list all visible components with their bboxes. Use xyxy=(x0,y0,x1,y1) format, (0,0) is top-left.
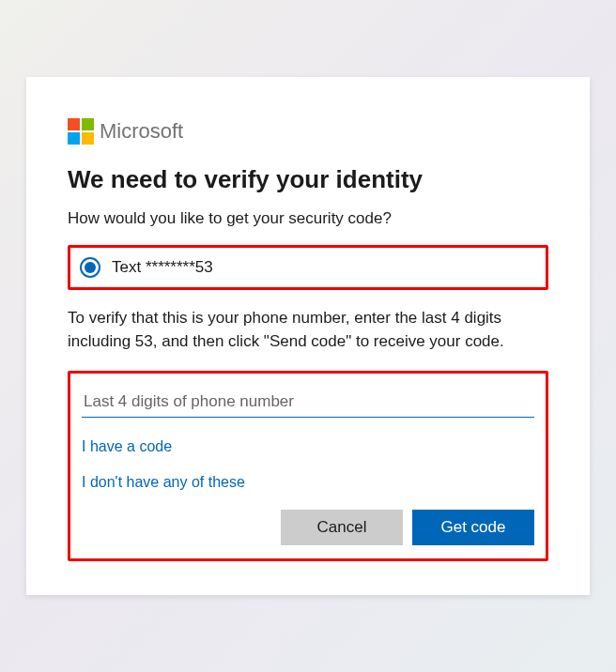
cancel-button[interactable]: Cancel xyxy=(281,510,403,545)
microsoft-logo-icon xyxy=(68,118,94,145)
have-code-link[interactable]: I have a code xyxy=(82,438,534,455)
radio-option-text[interactable]: Text ********53 xyxy=(80,257,536,278)
radio-option-highlight: Text ********53 xyxy=(68,245,548,290)
form-highlight: I have a code I don't have any of these … xyxy=(68,371,548,561)
dont-have-link[interactable]: I don't have any of these xyxy=(82,474,534,491)
radio-selected-icon xyxy=(80,257,100,278)
get-code-button[interactable]: Get code xyxy=(412,510,534,545)
brand-row: Microsoft xyxy=(68,118,548,145)
radio-label: Text ********53 xyxy=(112,258,213,277)
phone-digits-input[interactable] xyxy=(82,387,534,418)
verification-card: Microsoft We need to verify your identit… xyxy=(26,77,590,594)
prompt-text: How would you like to get your security … xyxy=(68,209,548,228)
button-row: Cancel Get code xyxy=(82,510,534,545)
page-title: We need to verify your identity xyxy=(68,165,548,194)
instruction-text: To verify that this is your phone number… xyxy=(68,307,548,353)
brand-text: Microsoft xyxy=(100,119,183,144)
